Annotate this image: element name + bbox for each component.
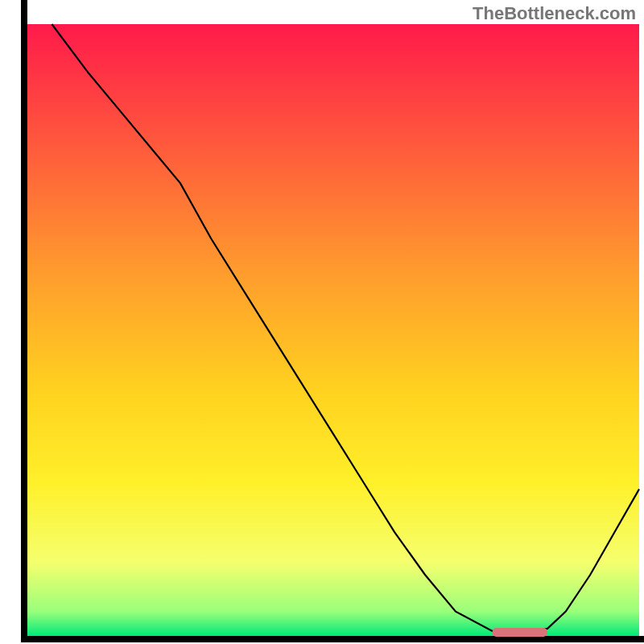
svg-rect-0 — [21, 0, 27, 642]
chart-svg — [0, 0, 644, 644]
optimal-marker — [493, 628, 547, 637]
svg-rect-1 — [21, 636, 644, 642]
plot-background — [27, 24, 639, 636]
watermark-text: TheBottleneck.com — [473, 3, 636, 24]
bottleneck-chart: TheBottleneck.com — [0, 0, 644, 644]
